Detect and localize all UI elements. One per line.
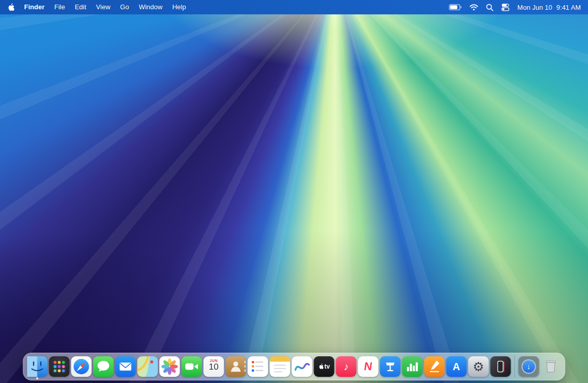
tv-label: tv	[324, 363, 330, 370]
control-center-icon	[501, 3, 509, 11]
facetime-icon	[182, 356, 202, 377]
pages-icon	[424, 356, 445, 377]
mail-icon	[115, 356, 136, 377]
dock-item-safari[interactable]	[71, 356, 92, 377]
menu-item-finder[interactable]: Finder	[24, 0, 45, 14]
desktop[interactable]: Finder File Edit View Go Window Help	[0, 0, 588, 383]
apple-logo-icon	[7, 3, 14, 12]
menu-item-window[interactable]: Window	[139, 0, 162, 14]
music-note-icon: ♪	[344, 361, 349, 372]
menu-item-edit[interactable]: Edit	[75, 0, 86, 14]
dock-item-iphone-mirroring[interactable]	[491, 356, 511, 377]
app-store-logo-icon: A	[453, 361, 460, 372]
dock-item-downloads[interactable]: ↓	[519, 356, 539, 377]
dock-separator	[515, 356, 515, 377]
dock-item-reminders[interactable]	[248, 356, 268, 377]
dock-item-numbers[interactable]	[402, 356, 423, 377]
download-arrow-icon: ↓	[523, 360, 535, 373]
dock-item-tv[interactable]: tv	[314, 356, 335, 377]
download-arrow-glyph: ↓	[527, 363, 531, 370]
date-label: Mon Jun 10	[517, 4, 552, 11]
iphone-mirroring-icon	[491, 356, 511, 377]
time-label: 9:41 AM	[556, 4, 581, 11]
battery-icon	[449, 4, 462, 10]
menu-item-go[interactable]: Go	[120, 0, 129, 14]
dock-item-mail[interactable]	[115, 356, 136, 377]
keynote-icon	[380, 356, 401, 377]
apple-menu[interactable]	[7, 3, 14, 12]
reminders-icon	[248, 356, 268, 377]
dock-item-facetime[interactable]	[182, 356, 202, 377]
dock-item-photos[interactable]	[160, 356, 180, 377]
dock-item-keynote[interactable]	[380, 356, 401, 377]
dock-item-app-store[interactable]: A	[446, 356, 467, 377]
messages-icon	[93, 356, 114, 377]
dock-item-system-settings[interactable]: ⚙	[468, 356, 489, 377]
notes-icon	[270, 356, 290, 377]
dock-item-trash[interactable]	[541, 356, 561, 377]
apple-tv-logo: tv	[318, 363, 330, 370]
safari-icon	[71, 356, 92, 377]
menu-bar-clock[interactable]: Mon Jun 10 9:41 AM	[517, 4, 581, 11]
menu-item-file[interactable]: File	[54, 0, 65, 14]
contacts-icon	[226, 356, 246, 377]
finder-icon	[27, 356, 48, 377]
dock-item-pages[interactable]	[424, 356, 445, 377]
launchpad-icon	[49, 356, 70, 377]
control-center[interactable]	[501, 3, 509, 11]
gear-icon: ⚙	[473, 360, 484, 373]
dock: JUN 10	[23, 353, 565, 380]
menu-bar-left: Finder File Edit View Go Window Help	[7, 0, 186, 14]
dock-item-launchpad[interactable]	[49, 356, 70, 377]
dock-item-maps[interactable]	[138, 356, 158, 377]
apple-logo-small-icon	[318, 363, 323, 370]
menu-item-view[interactable]: View	[96, 0, 110, 14]
spotlight-search[interactable]	[486, 4, 494, 11]
wifi-icon	[469, 4, 478, 11]
menu-bar-status-area: Mon Jun 10 9:41 AM	[449, 3, 581, 11]
dock-item-music[interactable]: ♪	[336, 356, 357, 377]
dock-item-calendar[interactable]: JUN 10	[204, 356, 224, 377]
running-indicator-dot	[36, 377, 38, 379]
trash-icon	[541, 356, 561, 377]
dock-item-freeform[interactable]	[292, 356, 312, 377]
dock-item-notes[interactable]	[270, 356, 290, 377]
dock-item-contacts[interactable]	[226, 356, 246, 377]
search-icon	[486, 4, 494, 11]
dock-item-finder[interactable]	[27, 356, 48, 377]
menu-bar: Finder File Edit View Go Window Help	[0, 0, 588, 14]
photos-icon	[160, 356, 180, 377]
menu-item-help[interactable]: Help	[172, 0, 186, 14]
maps-icon	[138, 356, 158, 377]
calendar-day-label: 10	[209, 362, 219, 372]
numbers-icon	[402, 356, 423, 377]
desktop-wallpaper[interactable]	[0, 0, 588, 383]
freeform-icon	[292, 356, 312, 377]
dock-item-news[interactable]: N	[358, 356, 379, 377]
wifi-status[interactable]	[469, 4, 478, 11]
dock-item-messages[interactable]	[93, 356, 114, 377]
battery-status[interactable]	[449, 4, 462, 10]
news-logo-icon: N	[363, 361, 373, 372]
